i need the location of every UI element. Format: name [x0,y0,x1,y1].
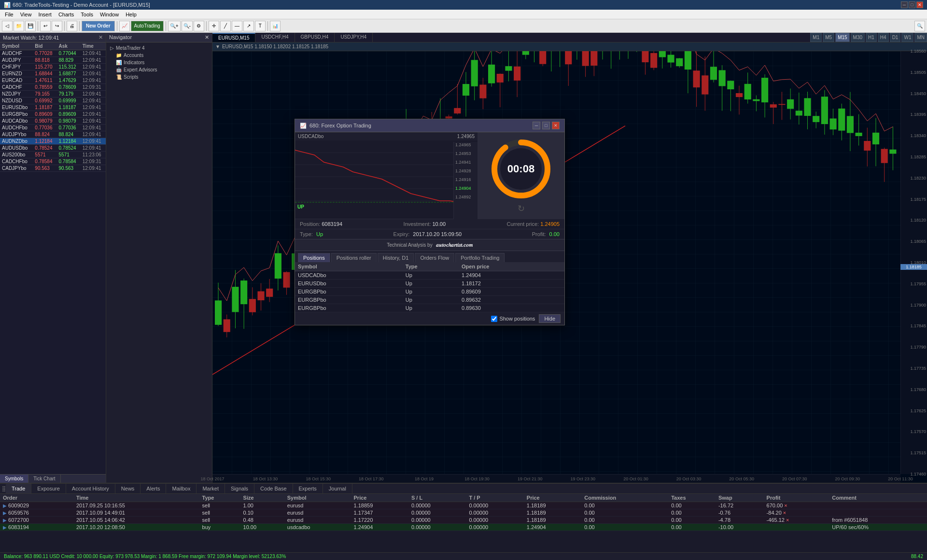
hide-button[interactable]: Hide [539,314,561,323]
market-watch-row[interactable]: CADCHFbo 0.78584 0.78584 12:09:31 [0,158,106,165]
tf-h4[interactable]: H4 [878,33,889,42]
toolbar-zoom-out[interactable]: 🔍- [182,21,193,31]
terminal-tab-experts[interactable]: Experts [293,484,323,493]
tf-m15[interactable]: M15 [835,33,849,42]
terminal-resize-handle[interactable]: ⣿ [2,486,6,492]
market-watch-row[interactable]: AUDCADbo 0.98079 0.98079 12:09:41 [0,118,106,125]
dialog-minimize-button[interactable]: ─ [533,122,540,129]
toolbar-indicator[interactable]: 📊 [270,21,281,31]
market-watch-row[interactable]: CADJPYbo 90.563 90.563 12:09:41 [0,165,106,172]
menu-insert[interactable]: Insert [35,11,55,18]
terminal-tab-signals[interactable]: Signals [225,484,254,493]
nav-accounts[interactable]: 📁 Accounts [114,52,210,59]
pos-tab-positions[interactable]: Positions [298,253,330,262]
position-row[interactable]: EURUSDbo Up 1.18172 [295,280,564,288]
pos-tab-history[interactable]: History, D1 [378,253,414,262]
terminal-tab-news[interactable]: News [115,484,141,493]
tick-chart-tab[interactable]: Tick Chart [28,475,60,483]
terminal-tab-trade[interactable]: Trade [6,484,31,493]
menu-file[interactable]: File [2,11,16,18]
market-watch-row[interactable]: CADCHF 0.78559 0.78609 12:09:31 [0,84,106,91]
market-watch-row[interactable]: AUDJPYbo 88.824 88.824 12:09:41 [0,131,106,138]
menu-help[interactable]: Help [123,11,140,18]
new-order-button[interactable]: New Order [82,21,115,31]
menu-tools[interactable]: Tools [78,11,96,18]
order-row[interactable]: ▶ 6009029 2017.09.25 10:16:55 sell 1.00 … [0,502,927,509]
tf-m5[interactable]: M5 [823,33,834,42]
tf-d1[interactable]: D1 [890,33,901,42]
market-watch-row[interactable]: AUDCHF 0.77028 0.77044 12:09:41 [0,50,106,57]
market-watch-row[interactable]: EURGBPbo 0.89609 0.89609 12:09:41 [0,111,106,118]
toolbar-print-btn[interactable]: 🖨 [67,21,77,31]
pos-tab-orders-flow[interactable]: Orders Flow [415,253,454,262]
market-watch-row[interactable]: NZDUSD 0.69992 0.69999 12:09:41 [0,98,106,104]
tf-h1[interactable]: H1 [866,33,877,42]
market-watch-row[interactable]: EURCAD 1.47611 1.47629 12:09:41 [0,77,106,84]
chart-canvas[interactable]: 1.185601.185051.184501.183951.183401.182… [212,51,927,483]
position-row[interactable]: EURGBPbo Up 0.89630 [295,304,564,312]
terminal-tab-market[interactable]: Market [197,484,225,493]
toolbar-new-btn[interactable]: ◁ [2,21,13,31]
pos-tab-roller[interactable]: Positions roller [331,253,377,262]
navigator-close[interactable]: ✕ [205,34,209,41]
close-window-button[interactable]: ✕ [916,1,923,8]
maximize-button[interactable]: □ [909,1,915,8]
dialog-close-button[interactable]: ✕ [552,122,560,129]
terminal-tab-codebase[interactable]: Code Base [254,484,293,493]
market-watch-row[interactable]: AUS200bo 5571 5571 11:23:06 [0,152,106,158]
toolbar-open-btn[interactable]: 📁 [14,21,24,31]
tf-m30[interactable]: M30 [851,33,865,42]
market-watch-row[interactable]: AUDJPY 88.818 88.829 12:09:41 [0,57,106,64]
order-row[interactable]: ▶ 6083194 2017.10.20 12:08:50 buy 10.00 … [0,524,927,531]
market-watch-row[interactable]: AUDUSDbo 0.78524 0.78524 12:09:41 [0,145,106,152]
toolbar-redo-btn[interactable]: ↪ [52,21,62,31]
minimize-button[interactable]: ─ [901,1,908,8]
menu-window[interactable]: Window [97,11,122,18]
toolbar-arrow[interactable]: ↗ [243,21,254,31]
toolbar-save-btn[interactable]: 💾 [25,21,36,31]
autotrading-button[interactable]: AutoTrading [131,21,164,31]
toolbar-chart-btn[interactable]: 📈 [119,21,130,31]
chart-tab-usdjpy[interactable]: USDJPY,H4 [335,33,373,42]
toolbar-search[interactable]: 🔍 [914,21,925,31]
terminal-tab-account-history[interactable]: Account History [66,484,115,493]
market-watch-row[interactable]: NZDJPY 79.165 79.179 12:09:41 [0,91,106,98]
market-watch-row[interactable]: EURNZD 1.68844 1.68877 12:09:41 [0,70,106,77]
toolbar-undo-btn[interactable]: ↩ [40,21,51,31]
dialog-restore-button[interactable]: □ [542,122,550,129]
show-positions-checkbox[interactable] [491,316,497,322]
market-watch-row[interactable]: CHFJPY 115.270 115.312 12:09:41 [0,64,106,70]
market-watch-row[interactable]: EURUSDbo 1.18187 1.18187 12:09:41 [0,104,106,111]
market-watch-row[interactable]: AUDCHFbo 0.77036 0.77036 12:09:41 [0,125,106,131]
terminal-tab-mailbox[interactable]: Mailbox [166,484,197,493]
toolbar-crosshair[interactable]: ✛ [209,21,219,31]
chart-tab-eurusd[interactable]: EURUSD,M15 [212,33,255,42]
market-watch-close[interactable]: ✕ [98,34,103,41]
nav-expert-advisors[interactable]: 🤖 Expert Advisors [114,66,210,73]
chart-tab-usdchf[interactable]: USDCHF,H4 [255,33,295,42]
tf-mn[interactable]: MN [914,33,927,42]
symbols-tab[interactable]: Symbols [0,475,28,483]
terminal-tab-exposure[interactable]: Exposure [31,484,66,493]
terminal-tab-alerts[interactable]: Alerts [140,484,166,493]
toolbar-text[interactable]: T [255,21,266,31]
tf-w1[interactable]: W1 [901,33,913,42]
nav-scripts[interactable]: 📜 Scripts [114,73,210,81]
terminal-tab-journal[interactable]: Journal [323,484,352,493]
show-positions-checkbox-label[interactable]: Show positions [491,316,535,322]
toolbar-properties[interactable]: ⚙ [194,21,204,31]
nav-indicators[interactable]: 📊 Indicators [114,59,210,66]
menu-charts[interactable]: Charts [56,11,77,18]
position-row[interactable]: EURGBPbo Up 0.89632 [295,296,564,304]
order-row[interactable]: ▶ 6059576 2017.10.09 14:49:01 sell 0.10 … [0,509,927,517]
position-row[interactable]: EURGBPbo Up 0.89609 [295,288,564,296]
toolbar-hline[interactable]: — [232,21,242,31]
pos-tab-portfolio[interactable]: Portfolio Trading [455,253,505,262]
market-watch-row[interactable]: AUDNZDbo 1.12184 1.12184 12:09:41 [0,138,106,145]
menu-view[interactable]: View [17,11,35,18]
position-row[interactable]: USDCADbo Up 1.24904 [295,271,564,280]
chart-tab-gbpusd[interactable]: GBPUSD,H4 [295,33,335,42]
tf-m1[interactable]: M1 [810,33,822,42]
toolbar-line[interactable]: ╱ [220,21,231,31]
nav-metatrader[interactable]: ▷ MetaTrader 4 [108,44,210,52]
